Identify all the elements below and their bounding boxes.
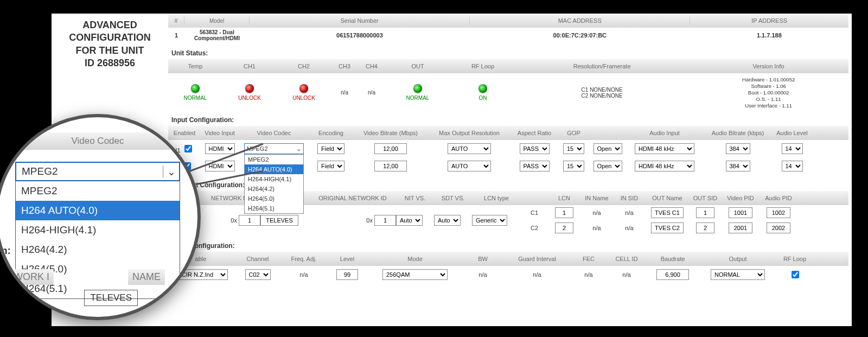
o-hdr-gi: Guard Interval <box>505 256 570 262</box>
t-nname-input[interactable] <box>260 215 298 226</box>
c1-apid[interactable] <box>767 207 790 218</box>
out-value: NORMAL <box>385 95 450 101</box>
o-lv-input[interactable] <box>336 269 358 280</box>
i2-audio-bitrate[interactable]: 384 <box>726 161 750 171</box>
led-red-icon <box>245 84 254 93</box>
ver-l3: Boot - 1.00.00002 <box>688 90 848 96</box>
o-fa-val: n/a <box>282 271 326 278</box>
hdr-ver: Version Info <box>688 63 848 69</box>
i2-audio-level[interactable]: 14 <box>782 161 803 171</box>
ver-l4: O.S. - 1.11 <box>688 96 848 103</box>
t-nid-input[interactable] <box>239 215 260 226</box>
o-hdr-out: Output <box>700 256 776 262</box>
hdr-audio-input: Audio Input <box>627 130 703 136</box>
i1-audio-bitrate[interactable]: 384 <box>726 143 750 154</box>
mag-frag-n: n: <box>1 245 11 257</box>
i2-audio-input[interactable]: HDMI 48 kHz <box>635 161 694 171</box>
mag-codec-value: MPEG2 <box>22 166 58 177</box>
i1-aspect-ratio[interactable]: PASS <box>520 143 550 154</box>
i2-encoding[interactable]: Field <box>317 161 344 171</box>
i1-max-output[interactable]: AUTO <box>448 143 491 154</box>
c1-vpid[interactable] <box>729 207 752 218</box>
o-md-select[interactable]: 256QAM <box>382 269 448 280</box>
magnifier-lens: Video Codec MPEG2 ⌄ MPEG2 H264 AUTO(4.0)… <box>0 114 201 320</box>
device-mac: 00:0E:7C:29:07:BC <box>470 31 690 40</box>
mag-codec-option[interactable]: MPEG2 <box>16 181 180 201</box>
i1-gop-type[interactable]: Open <box>593 143 622 154</box>
t-sdt-select[interactable]: Auto <box>434 215 461 226</box>
c1-outn[interactable] <box>651 207 684 218</box>
o-cid-val: n/a <box>608 271 646 278</box>
o-hdr-ch: Channel <box>233 256 282 262</box>
col-ip: IP ADDRESS <box>690 16 848 25</box>
i1-audio-level[interactable]: 14 <box>782 143 803 154</box>
o-out-select[interactable]: NORMAL <box>711 269 765 280</box>
t-hdr-nit: NIT VS. <box>396 195 434 201</box>
t-lcnt-select[interactable]: Generic <box>472 215 507 226</box>
status-out: NORMAL <box>385 84 450 101</box>
i2-video-bitrate[interactable] <box>374 161 407 171</box>
output-header: able Channel Freq. Adj. Level Mode BW Gu… <box>168 252 848 266</box>
c1-label: C1 <box>521 209 548 216</box>
col-num: # <box>168 16 184 25</box>
col-model: Model <box>184 17 250 25</box>
transport-channels: C1 n/a n/a C2 n/a n/a <box>521 205 848 236</box>
led-red-icon <box>299 84 308 93</box>
codec-option[interactable]: H264(5.1) <box>245 204 303 213</box>
c2-outs[interactable] <box>696 222 714 233</box>
ch1-value: UNLOCK <box>222 95 277 101</box>
title-l2: CONFIGURATION <box>55 31 165 44</box>
mag-codec-option-selected[interactable]: H264 AUTO(4.0) <box>16 201 180 220</box>
o-br-input[interactable] <box>656 269 689 280</box>
t-hdr-sdt: SDT VS. <box>434 195 472 201</box>
output-row: CCIR N.Z.Ind C02 n/a 256QAM n/a n/a n/a … <box>168 266 848 283</box>
c2-outn[interactable] <box>651 222 684 233</box>
svg-line-1 <box>195 171 263 185</box>
t-hdr-inn: IN Name <box>580 195 613 201</box>
t-hdr-ins: IN SID <box>613 195 646 201</box>
hdr-rf: RF Loop <box>450 63 515 69</box>
c2-inn: n/a <box>580 225 613 231</box>
o-ch-select[interactable]: C02 <box>245 269 271 280</box>
t-nit-select[interactable]: Auto <box>396 215 423 226</box>
i2-gop-type[interactable]: Open <box>593 161 622 171</box>
o-hdr-bw: BW <box>461 256 505 262</box>
codec-option[interactable]: H264(4.2) <box>245 184 303 194</box>
hdr-aspect-ratio: Aspect Ratio <box>510 130 559 136</box>
t-hdr-vpid: Video PID <box>722 195 760 201</box>
i2-gop[interactable]: 15 <box>563 161 584 171</box>
hdr-video-bitrate: Video Bitrate (Mbps) <box>353 130 429 136</box>
hdr-temp: Temp <box>168 63 222 69</box>
temp-value: NORMAL <box>168 95 222 101</box>
status-rf: ON <box>450 84 515 101</box>
o-hdr-lv: Level <box>326 256 369 262</box>
i1-video-bitrate[interactable] <box>374 143 407 154</box>
mag-frag-net: TWORK I <box>3 269 54 285</box>
hdr-audio-bitrate: Audio Bitrate (kbps) <box>703 130 773 136</box>
i2-aspect-ratio[interactable]: PASS <box>520 161 550 171</box>
i1-audio-input[interactable]: HDMI 48 kHz <box>635 143 694 154</box>
title-l3: FOR THE UNIT <box>55 44 165 57</box>
mag-codec-option[interactable]: H264-HIGH(4.1) <box>16 220 180 240</box>
t-hdr-lcn: LCN <box>548 195 580 201</box>
mag-frag-name: NAME <box>128 269 165 285</box>
c2-apid[interactable] <box>767 222 790 233</box>
c1-outs[interactable] <box>696 207 714 218</box>
c2-lcn[interactable] <box>555 222 573 233</box>
hdr-ch2: CH2 <box>277 63 331 69</box>
codec-option[interactable]: H264(5.0) <box>245 194 303 204</box>
o-fec-val: n/a <box>570 271 608 278</box>
nid-prefix: 0x <box>231 217 237 224</box>
o-rf-checkbox[interactable] <box>792 271 799 278</box>
c1-lcn[interactable] <box>555 207 573 218</box>
mag-codec-option[interactable]: H264(4.2) <box>16 240 180 259</box>
hdr-audio-level: Audio Level <box>773 130 811 136</box>
mag-codec-select[interactable]: MPEG2 ⌄ <box>15 162 180 181</box>
i1-encoding[interactable]: Field <box>317 143 344 154</box>
i2-max-output[interactable]: AUTO <box>448 161 491 171</box>
i1-gop[interactable]: 15 <box>563 143 584 154</box>
hdr-res: Resolution/Framerate <box>515 63 688 69</box>
c2-vpid[interactable] <box>729 222 752 233</box>
device-header-row: # Model Serial Number MAC ADDRESS IP ADD… <box>168 14 848 28</box>
t-onid-input[interactable] <box>374 215 396 226</box>
